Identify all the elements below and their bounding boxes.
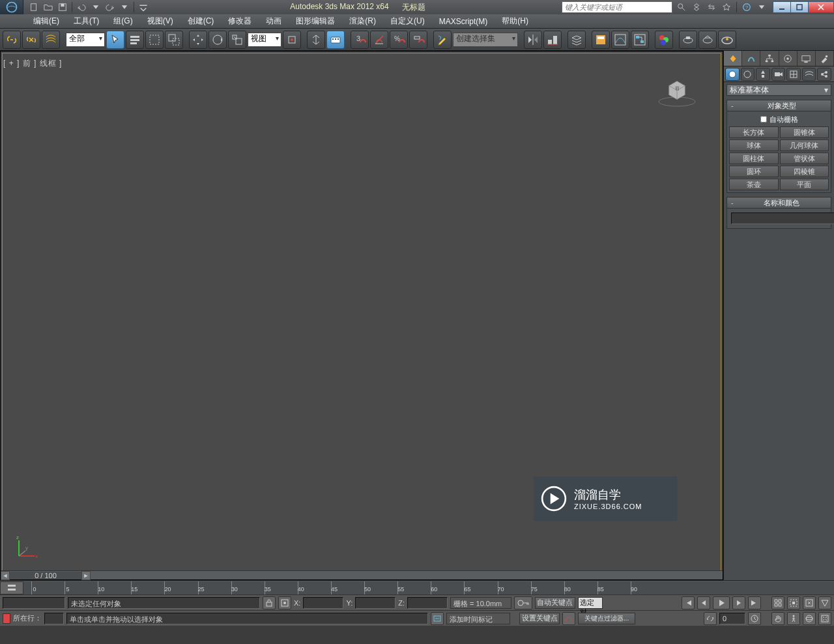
menu-create[interactable]: 创建(C) [180, 14, 222, 29]
key-mode-icon[interactable] [514, 596, 532, 609]
prim-torus[interactable]: 圆环 [729, 166, 779, 177]
prim-box[interactable]: 长方体 [729, 126, 779, 138]
exchange-icon[interactable] [705, 1, 718, 13]
subtab-cameras[interactable] [771, 68, 786, 81]
layer-manager-icon[interactable] [568, 31, 586, 49]
rendered-frame-icon[interactable] [698, 31, 717, 49]
goto-end-icon[interactable] [748, 596, 761, 609]
fov-icon[interactable] [818, 596, 831, 609]
time-config-icon[interactable] [748, 612, 761, 625]
prim-geosphere[interactable]: 几何球体 [780, 139, 829, 151]
x-coord-input[interactable] [303, 597, 343, 609]
y-coord-input[interactable] [355, 597, 395, 609]
subtab-lights[interactable] [756, 68, 770, 81]
tab-hierarchy[interactable] [760, 51, 779, 66]
spinner-snap-icon[interactable] [409, 31, 427, 49]
graphite-toggle-icon[interactable] [592, 31, 610, 49]
menu-animation[interactable]: 动画 [259, 14, 289, 29]
search-icon[interactable] [675, 1, 688, 13]
select-by-name-icon[interactable] [126, 31, 144, 49]
link-icon[interactable] [3, 31, 21, 49]
setkey-button[interactable]: 设置关键点 [519, 613, 560, 624]
menu-help[interactable]: 帮助(H) [495, 14, 536, 29]
current-frame-input[interactable] [719, 613, 745, 624]
keyboard-shortcut-override-icon[interactable] [326, 31, 345, 49]
walkthrough-icon[interactable] [787, 612, 800, 625]
qat-customize-icon[interactable] [137, 1, 150, 13]
rollout-header-name-color[interactable]: -名称和颜色 [727, 198, 831, 209]
menu-modifiers[interactable]: 修改器 [221, 14, 259, 29]
curve-editor-icon[interactable] [611, 31, 629, 49]
tab-display[interactable] [798, 51, 816, 66]
prim-plane[interactable]: 平面 [780, 179, 829, 190]
prim-pyramid[interactable]: 四棱锥 [780, 166, 829, 177]
minimize-button[interactable] [773, 1, 791, 13]
bind-spacewarp-icon[interactable] [42, 31, 60, 49]
setkey-tangent-icon[interactable] [562, 612, 575, 625]
manipulate-icon[interactable] [307, 31, 325, 49]
selection-filter-combo[interactable]: 全部 [66, 33, 105, 47]
time-ruler[interactable]: 051015202530354045505560657075808590 [23, 581, 834, 594]
select-object-icon[interactable] [106, 31, 124, 49]
time-tag-icon[interactable] [431, 612, 444, 625]
ref-coord-combo[interactable]: 视图 [248, 33, 281, 47]
window-crossing-icon[interactable] [165, 31, 183, 49]
viewcube[interactable]: 前 [654, 74, 700, 107]
prim-cylinder[interactable]: 圆柱体 [729, 153, 779, 164]
maximize-viewport-icon[interactable] [818, 612, 831, 625]
render-setup-icon[interactable] [679, 31, 697, 49]
prev-frame-icon[interactable] [697, 596, 710, 609]
close-button[interactable] [808, 1, 834, 13]
percent-snap-icon[interactable]: % [390, 31, 408, 49]
pan-icon[interactable] [771, 612, 784, 625]
tab-create[interactable] [724, 51, 742, 66]
menu-customize[interactable]: 自定义(U) [383, 14, 432, 29]
tab-motion[interactable] [779, 51, 798, 66]
help-dropdown-icon[interactable] [755, 1, 768, 13]
undo-dropdown-icon[interactable] [89, 1, 102, 13]
subtab-spacewarps[interactable] [802, 68, 816, 81]
app-menu-button[interactable] [0, 0, 23, 14]
named-selection-combo[interactable]: 创建选择集 [453, 33, 518, 47]
timeline-config-icon[interactable] [0, 581, 23, 594]
minilistener-pink[interactable] [3, 597, 65, 609]
redo-icon[interactable] [104, 1, 117, 13]
geometry-category-combo[interactable]: 标准基本体 [726, 84, 831, 96]
help-icon[interactable]: ? [740, 1, 753, 13]
prim-sphere[interactable]: 球体 [729, 139, 779, 151]
tab-utilities[interactable] [816, 51, 834, 66]
prim-cone[interactable]: 圆锥体 [780, 126, 829, 138]
next-frame-icon[interactable] [732, 596, 745, 609]
pivot-center-icon[interactable] [283, 31, 301, 49]
snap-toggle-icon[interactable]: 3 [351, 31, 369, 49]
subtab-systems[interactable] [817, 68, 831, 81]
material-editor-icon[interactable] [655, 31, 673, 49]
menu-edit[interactable]: 编辑(E) [26, 14, 66, 29]
undo-icon[interactable] [75, 1, 88, 13]
redo-dropdown-icon[interactable] [118, 1, 131, 13]
subtab-shapes[interactable] [741, 68, 755, 81]
menu-group[interactable]: 组(G) [106, 14, 139, 29]
viewport-min-max-icon[interactable] [771, 596, 784, 609]
scale-icon[interactable] [228, 31, 246, 49]
autogrid-checkbox[interactable] [760, 116, 767, 123]
subtab-geometry[interactable] [725, 68, 740, 81]
key-step-mode-icon[interactable] [704, 612, 717, 625]
new-file-icon[interactable] [27, 1, 40, 13]
zoom-extents-all-icon[interactable] [787, 596, 800, 609]
menu-grapheditors[interactable]: 图形编辑器 [289, 14, 342, 29]
subtab-helpers[interactable] [786, 68, 801, 81]
selection-lock-icon[interactable] [263, 596, 276, 609]
render-production-icon[interactable] [718, 31, 736, 49]
prim-teapot[interactable]: 茶壶 [729, 179, 779, 190]
menu-views[interactable]: 视图(V) [140, 14, 180, 29]
autokey-button[interactable]: 自动关键点 [535, 597, 575, 609]
save-file-icon[interactable] [56, 1, 69, 13]
viewport[interactable]: [ + ] 前 ] 线框 ] 前 z x y ◄ 0 / 100 ► [0, 51, 723, 580]
angle-snap-icon[interactable] [370, 31, 388, 49]
rect-select-icon[interactable] [145, 31, 164, 49]
prim-tube[interactable]: 管状体 [780, 153, 829, 164]
zoom-extents-icon[interactable] [803, 596, 816, 609]
mirror-icon[interactable] [524, 31, 542, 49]
keyfilter-selected-combo[interactable]: 选定对 [578, 597, 603, 609]
